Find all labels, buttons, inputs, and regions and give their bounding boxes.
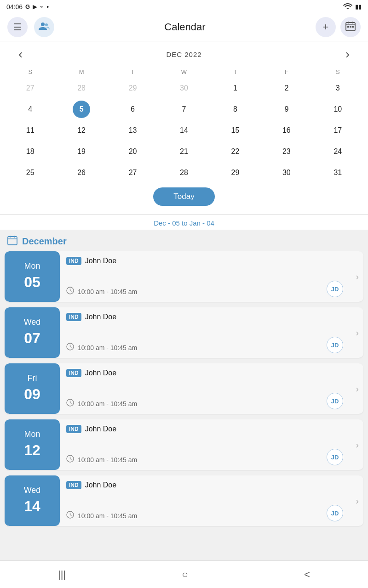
calendar-day-29[interactable]: 29 xyxy=(226,164,244,181)
calendar-day-10[interactable]: 10 xyxy=(329,101,346,118)
nav-recent-button[interactable]: < xyxy=(293,565,321,584)
calendar-day-6[interactable]: 6 xyxy=(124,101,142,118)
calendar-day-27-other[interactable]: 27 xyxy=(22,79,39,97)
weekday-0: S xyxy=(5,67,56,77)
calendar-day-22[interactable]: 22 xyxy=(226,143,244,160)
next-icon: › xyxy=(345,47,350,61)
weekday-6: S xyxy=(312,67,363,77)
event-list: Mon 05 IND John Doe 10:00 am xyxy=(0,251,368,526)
weekday-3: W xyxy=(158,67,209,77)
calendar-day-2[interactable]: 2 xyxy=(278,79,295,97)
status-usb-icon: ⌁ xyxy=(40,3,44,10)
event-day-num-3: 12 xyxy=(24,440,40,461)
calendar-day-27[interactable]: 27 xyxy=(124,164,142,181)
calendar-day-30-other[interactable]: 30 xyxy=(175,79,193,97)
calendar-grid: 2728293012345678910111213141516171819202… xyxy=(5,78,363,183)
weekday-1: M xyxy=(56,67,107,77)
add-icon: + xyxy=(323,21,329,33)
calendar-day-13[interactable]: 13 xyxy=(124,122,142,139)
event-time-4: 10:00 am - 10:45 am xyxy=(78,512,137,520)
event-avatar-1: JD xyxy=(327,337,343,353)
events-section: December Mon 05 IND John Doe xyxy=(0,230,368,568)
bottom-nav: ||| ○ < xyxy=(0,560,368,588)
calendar-day-9[interactable]: 9 xyxy=(278,101,295,118)
event-row-3[interactable]: Mon 12 IND John Doe 10:00 am xyxy=(5,419,363,470)
status-time: 04:06 xyxy=(6,3,23,11)
battery-icon: ▮▮ xyxy=(355,3,362,10)
nav-home-icon: ○ xyxy=(182,569,188,580)
calendar-day-12[interactable]: 12 xyxy=(73,122,90,139)
calendar-day-18[interactable]: 18 xyxy=(22,143,39,160)
event-row-1[interactable]: Wed 07 IND John Doe 10:00 am xyxy=(5,307,363,358)
calendar-day-15[interactable]: 15 xyxy=(226,122,244,139)
event-day-name-1: Wed xyxy=(24,317,41,328)
event-day-name-3: Mon xyxy=(24,429,40,440)
status-dot-icon: • xyxy=(46,3,49,11)
people-button[interactable] xyxy=(34,17,54,37)
calendar-day-4[interactable]: 4 xyxy=(22,101,39,118)
event-date-box-0: Mon 05 xyxy=(5,251,60,302)
event-day-num-1: 07 xyxy=(24,328,40,349)
add-event-button[interactable]: + xyxy=(316,17,336,37)
calendar-day-14[interactable]: 14 xyxy=(175,122,193,139)
calendar-day-26[interactable]: 26 xyxy=(73,164,90,181)
calendar-day-11[interactable]: 11 xyxy=(22,122,39,139)
event-time-row-2: 10:00 am - 10:45 am xyxy=(66,399,359,408)
calendar-day-17[interactable]: 17 xyxy=(329,122,346,139)
range-label: Dec - 05 to Jan - 04 xyxy=(0,215,368,230)
calendar-day-29-other[interactable]: 29 xyxy=(124,79,142,97)
calendar-day-3[interactable]: 3 xyxy=(329,79,346,97)
calendar-day-19[interactable]: 19 xyxy=(73,143,90,160)
calendar-day-16[interactable]: 16 xyxy=(278,122,295,139)
calendar-day-8[interactable]: 8 xyxy=(226,101,244,118)
calendar-day-28-other[interactable]: 28 xyxy=(73,79,90,97)
people-icon xyxy=(39,21,50,34)
event-badge-0: IND xyxy=(66,257,81,265)
prev-month-button[interactable]: ‹ xyxy=(14,46,27,63)
event-row-2[interactable]: Fri 09 IND John Doe 10:00 am xyxy=(5,363,363,414)
calendar-day-31[interactable]: 31 xyxy=(329,164,346,181)
top-bar-right: + xyxy=(316,17,361,37)
nav-home-button[interactable]: ○ xyxy=(171,565,199,584)
nav-back-button[interactable]: ||| xyxy=(47,565,77,584)
calendar-day-5[interactable]: 5 xyxy=(73,101,90,118)
event-content-2: IND John Doe 10:00 am - 10:45 am JD › xyxy=(60,363,363,414)
event-arrow-icon-2: › xyxy=(356,384,359,394)
weekday-headers: S M T W T F S xyxy=(5,65,363,78)
event-time-row-4: 10:00 am - 10:45 am xyxy=(66,511,359,520)
calendar-icon xyxy=(345,21,356,34)
menu-button[interactable]: ☰ xyxy=(7,17,28,37)
event-row-0[interactable]: Mon 05 IND John Doe 10:00 am xyxy=(5,251,363,302)
svg-point-1 xyxy=(45,23,48,26)
status-g-icon: G xyxy=(25,3,30,10)
event-day-name-2: Fri xyxy=(28,373,37,384)
today-button[interactable]: Today xyxy=(153,187,214,206)
calendar-day-7[interactable]: 7 xyxy=(175,101,193,118)
event-date-box-1: Wed 07 xyxy=(5,307,60,358)
calendar-view-button[interactable] xyxy=(340,17,361,37)
status-right: ▮▮ xyxy=(343,3,362,11)
calendar-day-28[interactable]: 28 xyxy=(175,164,193,181)
event-content-4: IND John Doe 10:00 am - 10:45 am JD › xyxy=(60,475,363,526)
calendar-day-23[interactable]: 23 xyxy=(278,143,295,160)
weekday-5: F xyxy=(261,67,312,77)
event-avatar-3: JD xyxy=(327,449,343,465)
next-month-button[interactable]: › xyxy=(341,46,354,63)
page-title: Calendar xyxy=(54,21,316,33)
event-day-num-2: 09 xyxy=(24,384,40,405)
event-row-4[interactable]: Wed 14 IND John Doe 10:00 am xyxy=(5,475,363,526)
calendar-day-1[interactable]: 1 xyxy=(226,79,244,97)
calendar-day-24[interactable]: 24 xyxy=(329,143,346,160)
nav-recent-icon: < xyxy=(304,569,310,580)
calendar-day-25[interactable]: 25 xyxy=(22,164,39,181)
month-header: December xyxy=(0,230,368,251)
event-content-1: IND John Doe 10:00 am - 10:45 am JD › xyxy=(60,307,363,358)
event-top-0: IND John Doe xyxy=(66,257,359,265)
event-arrow-icon-4: › xyxy=(356,496,359,506)
calendar-nav: ‹ DEC 2022 › xyxy=(5,41,363,65)
calendar-day-20[interactable]: 20 xyxy=(124,143,142,160)
calendar-day-30[interactable]: 30 xyxy=(278,164,295,181)
svg-rect-6 xyxy=(347,26,349,28)
nav-back-icon: ||| xyxy=(58,569,66,580)
calendar-day-21[interactable]: 21 xyxy=(175,143,193,160)
